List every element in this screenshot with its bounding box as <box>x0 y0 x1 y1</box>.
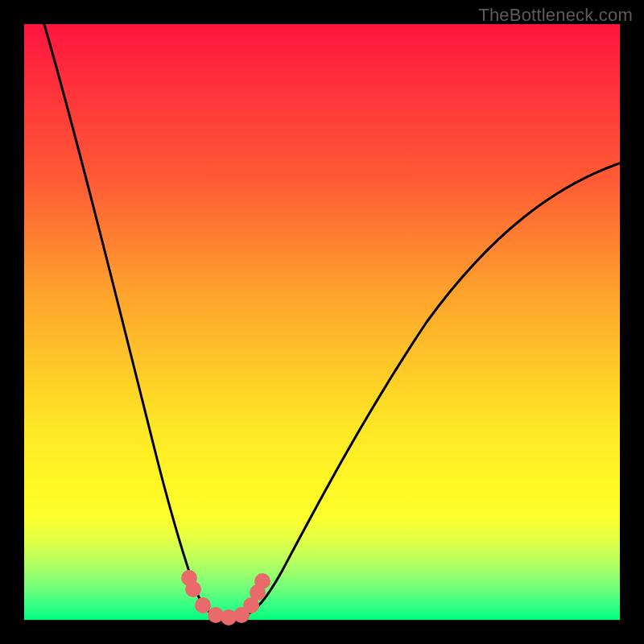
plot-area <box>24 24 620 620</box>
marker-dot <box>185 581 201 597</box>
curve-svg <box>24 24 620 620</box>
watermark-text: TheBottleneck.com <box>478 5 633 26</box>
marker-dot <box>254 573 270 589</box>
marker-dot <box>195 597 211 613</box>
chart-frame: TheBottleneck.com <box>0 0 644 644</box>
curve-right-branch <box>243 163 621 617</box>
curve-left-branch <box>42 16 211 613</box>
marker-group <box>181 570 270 625</box>
